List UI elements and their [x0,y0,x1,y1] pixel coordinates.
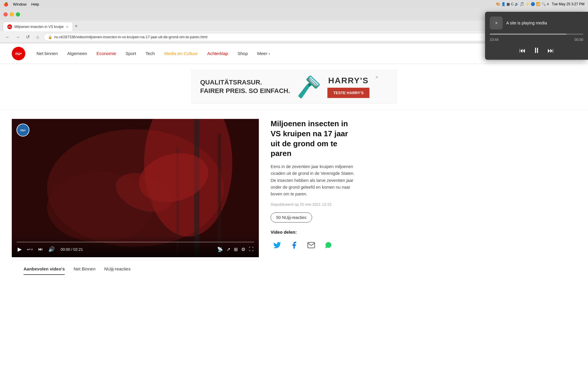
volume-button[interactable]: 🔊 [47,245,56,253]
back-button[interactable]: ← [4,33,12,41]
nu-logo-video: nu• [16,124,29,137]
reactions-button[interactable]: 50 NUjij-reacties [271,212,312,222]
video-time: 00:00 / 02:21 [61,247,83,252]
tab-close-button[interactable]: × [66,24,68,29]
website-content: nu• Net binnen Algemeen Economie Sport T… [0,43,588,392]
media-popup-header: A site is playing media [490,16,583,29]
tab-aanbevolen[interactable]: Aanbevolen video's [24,263,65,275]
nav-menu: Net binnen Algemeen Economie Sport Tech … [32,49,274,58]
ad-inner[interactable]: QUALITÄTSRASUR. FAIRER PREIS. SO EINFACH… [191,70,397,104]
ad-banner: QUALITÄTSRASUR. FAIRER PREIS. SO EINFACH… [0,64,588,110]
maximize-window-button[interactable] [16,12,20,16]
lock-icon: 🔒 [48,35,52,39]
razor-image: 🪒 [296,75,322,99]
share-twitter-button[interactable] [271,239,284,252]
article-date: Gepubliceerd op 25 mei 2021 13:15 [271,202,356,207]
main-content: nu• ▶ ↩10 ⏭ 🔊 00:00 [0,110,412,284]
ad-close-button[interactable]: × [375,75,378,80]
ad-brand-button[interactable]: TESTE HARRY'S [327,88,369,98]
video-time-separator: / [71,247,72,252]
nav-item-economie[interactable]: Economie [92,49,120,58]
app-menu-help[interactable]: Help [31,2,39,6]
nav-item-achterklap[interactable]: Achterklap [203,49,232,58]
article-sidebar: Miljoenen insecten in VS kruipen na 17 j… [271,119,356,275]
nav-item-net-binnen[interactable]: Net binnen [32,49,62,58]
video-section: nu• ▶ ↩10 ⏭ 🔊 00:00 [12,119,259,275]
share-email-button[interactable] [305,239,318,252]
ad-text-line1: QUALITÄTSRASUR. [200,78,290,87]
menubar-time: Tue May 25 3:27 PM [552,2,584,6]
media-popup: A site is playing media 10:44 00:00 ⏮ ⏸ … [485,12,588,60]
chapters-button[interactable]: ⊞ [233,246,238,253]
tab-net-binnen[interactable]: Net Binnen [74,263,95,275]
media-play-pause-button[interactable]: ⏸ [533,46,540,55]
new-tab-button[interactable]: + [73,21,80,31]
close-window-button[interactable] [4,12,8,16]
media-rewind-button[interactable]: ⏮ [519,47,526,54]
ad-text-line2: FAIRER PREIS. SO EINFACH. [200,87,290,95]
tab-nujij[interactable]: NUjij-reacties [104,263,131,275]
media-fast-forward-button[interactable]: ⏭ [547,47,554,54]
refresh-button[interactable]: ↺ [24,33,32,41]
nav-item-tech[interactable]: Tech [141,49,159,58]
media-popup-title: A site is playing media [506,21,547,25]
media-popup-icon [490,16,503,29]
app-menu-window[interactable]: Window [13,2,26,6]
share-label: Video delen: [271,230,356,235]
share-video-button[interactable]: ↗ [226,246,231,253]
nav-item-media[interactable]: Media en Cultuur [160,49,202,58]
settings-button[interactable]: ⚙ [241,246,246,253]
macos-menubar: 🍎 Window Help 🎨 👤 ▦ 𝔾 🔊 🎵 ⚡ 🔵 📶 🔍 ≡ Tue … [0,0,588,8]
cast-button[interactable]: 📡 [216,246,224,253]
share-facebook-button[interactable] [288,239,301,252]
menubar-icons: 🎨 👤 ▦ 𝔾 🔊 🎵 ⚡ 🔵 📶 🔍 ≡ [496,2,549,6]
video-total-time: 02:21 [73,247,83,252]
nav-item-shop[interactable]: Shop [233,49,252,58]
home-button[interactable]: ⌂ [34,33,42,41]
article-title: Miljoenen insecten in VS kruipen na 17 j… [271,119,356,159]
play-pause-button[interactable]: ▶ [16,245,23,253]
media-controls: ⏮ ⏸ ⏭ [490,46,583,55]
share-whatsapp-button[interactable] [322,239,335,252]
video-current-time: 00:00 [61,247,70,252]
article-description: Eens in de zeventien jaar kruipen miljoe… [271,163,356,197]
nav-item-sport[interactable]: Sport [121,49,140,58]
minimize-window-button[interactable] [10,12,14,16]
media-progress-fill [490,34,567,35]
next-video-button[interactable]: ⏭ [37,246,44,253]
media-progress-times: 10:44 00:00 [490,38,583,42]
share-icons [271,239,356,252]
ad-brand: HARRY'S TESTE HARRY'S [327,76,369,98]
media-progress-bar[interactable] [490,34,583,35]
nav-item-meer[interactable]: Meer › [253,49,274,58]
nav-item-algemeen[interactable]: Algemeen [63,49,91,58]
replay-10-button[interactable]: ↩10 [26,247,34,252]
video-wrapper[interactable]: nu• ▶ ↩10 ⏭ 🔊 00:00 [12,119,259,257]
media-time-end: 00:00 [574,38,583,42]
traffic-lights[interactable] [4,12,20,16]
video-progress-bar[interactable] [16,242,254,242]
fullscreen-button[interactable]: ⛶ [248,246,254,253]
tab-favicon: nu [7,24,12,29]
forward-button[interactable]: → [14,33,22,41]
apple-menu[interactable]: 🍎 [4,2,8,6]
ad-brand-name: HARRY'S [328,76,369,85]
controls-row: ▶ ↩10 ⏭ 🔊 00:00 / 02:21 📡 ↗ ⊞ [16,245,254,253]
bottom-tabs: Aanbevolen video's Net Binnen NUjij-reac… [12,260,259,275]
controls-right: 📡 ↗ ⊞ ⚙ ⛶ [216,246,254,253]
address-text: nu.nl/287336/video/miljoenen-insecten-in… [54,35,207,39]
video-controls: ▶ ↩10 ⏭ 🔊 00:00 / 02:21 📡 ↗ ⊞ [12,236,259,257]
active-tab[interactable]: nu Miljoenen insecten in VS kruipe × [3,22,73,31]
site-logo[interactable]: nu• [12,47,25,60]
media-time-current: 10:44 [490,38,499,42]
tab-label: Miljoenen insecten in VS kruipe [14,25,64,29]
